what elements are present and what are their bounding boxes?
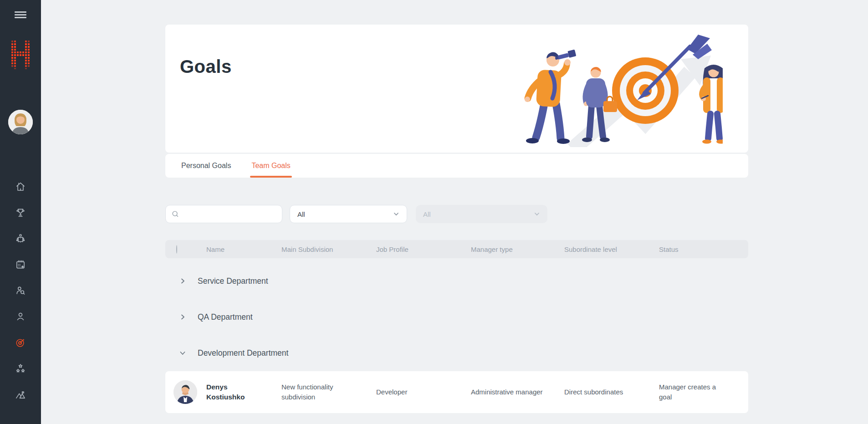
sidebar-item-people-search[interactable] (8, 277, 33, 303)
cell-main-subdivision: New functionality subdivision (281, 382, 376, 402)
calendar-star-icon (15, 259, 26, 271)
group-label: Development Department (198, 348, 288, 358)
menu-toggle-button[interactable] (15, 10, 26, 20)
search-box[interactable] (165, 205, 282, 223)
column-header-status: Status (659, 245, 748, 253)
user-avatar[interactable] (8, 110, 33, 134)
page-title: Goals (180, 56, 232, 77)
sidebar-item-goals[interactable] (8, 329, 33, 355)
sidebar-item-calendar[interactable] (8, 251, 33, 277)
main-content: Goals (165, 25, 748, 424)
cell-name: Denys Kostiushko (206, 382, 281, 402)
filter-secondary-value: All (423, 210, 431, 218)
group-label: QA Department (198, 312, 253, 322)
filter-primary-value: All (297, 210, 305, 218)
table-header: Name Main Subdivision Job Profile Manage… (165, 240, 748, 258)
table-row-denys-kostiushko[interactable]: Denys Kostiushko New functionality subdi… (165, 371, 748, 413)
home-icon (15, 181, 26, 193)
cell-status: Manager creates a goal (659, 382, 748, 402)
mountain-flag-icon (15, 388, 26, 400)
column-header-subordinate-level: Subordinate level (564, 245, 659, 253)
column-header-manager-type: Manager type (471, 245, 564, 253)
column-header-name: Name (206, 245, 281, 253)
chevron-right-icon (179, 277, 186, 285)
cell-job-profile: Developer (376, 387, 471, 397)
employee-avatar (174, 380, 197, 404)
goals-illustration (509, 30, 723, 147)
filter-primary-select[interactable]: All (290, 205, 407, 223)
group-row-qa-department[interactable]: QA Department (165, 307, 748, 327)
brand-logo-h-icon (10, 40, 31, 70)
stars-icon (15, 363, 26, 374)
search-input[interactable] (184, 210, 276, 218)
trophy-icon (15, 207, 26, 219)
sidebar-item-achievements[interactable] (8, 381, 33, 407)
sidebar-item-profile[interactable] (8, 303, 33, 329)
chevron-down-icon (393, 211, 399, 217)
chevron-down-icon (534, 211, 540, 217)
page-header-card: Goals (165, 25, 748, 153)
filter-secondary-select: All (416, 205, 547, 223)
tab-team-goals[interactable]: Team Goals (251, 154, 290, 178)
group-label: Service Department (198, 276, 268, 286)
group-row-development-department[interactable]: Development Department (165, 343, 748, 363)
column-header-main-subdivision: Main Subdivision (281, 245, 376, 253)
person-reading-icon (15, 233, 26, 245)
sidebar-nav (8, 174, 33, 407)
tab-personal-goals[interactable]: Personal Goals (181, 154, 231, 178)
sidebar-item-learning[interactable] (8, 225, 33, 251)
person-icon (15, 311, 26, 322)
column-header-job-profile: Job Profile (376, 245, 471, 253)
person-search-icon (15, 285, 26, 296)
filters-row: All All (165, 205, 748, 223)
goals-tabs: Personal Goals Team Goals (165, 154, 748, 178)
sidebar-item-home[interactable] (8, 174, 33, 199)
cell-subordinate-level: Direct subordinates (564, 387, 659, 397)
target-dart-icon (15, 337, 26, 348)
chevron-down-icon (179, 349, 186, 357)
sidebar-item-reviews[interactable] (8, 355, 33, 381)
chevron-right-icon (179, 313, 186, 321)
sidebar-item-awards[interactable] (8, 199, 33, 225)
select-all-checkbox[interactable] (176, 245, 177, 254)
search-icon (171, 210, 179, 218)
sidebar (0, 0, 41, 424)
group-row-service-department[interactable]: Service Department (165, 271, 748, 291)
cell-manager-type: Administrative manager (471, 387, 564, 397)
